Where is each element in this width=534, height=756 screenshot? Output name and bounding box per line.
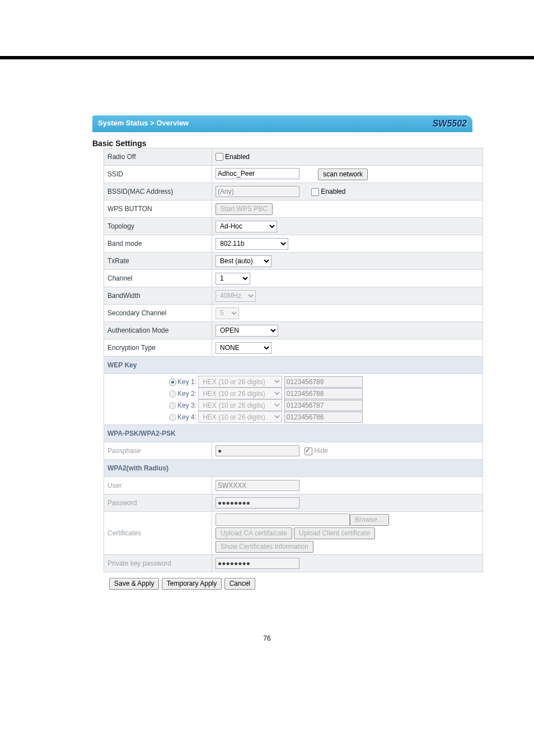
wep-key2-format: HEX (10 or 26 digits): [198, 388, 282, 399]
passphase-hide-label: Hide: [314, 447, 328, 455]
wps-label: WPS BUTTON: [104, 200, 212, 218]
wep-key3-radio: [169, 402, 176, 409]
band-mode-label: Band mode: [104, 235, 212, 253]
wep-key4-label: Key 4:: [177, 413, 196, 421]
page-header: System Status > Overview SW5502: [92, 115, 472, 132]
page-number: 76: [0, 634, 534, 642]
radio-off-checkbox-label: Enabled: [225, 153, 250, 161]
upload-client-button: Upload Client certificate: [294, 528, 375, 539]
auth-mode-label: Authentication Mode: [104, 322, 212, 339]
wep-key1-label: Key 1:: [177, 378, 196, 386]
scan-network-button[interactable]: scan network: [318, 169, 368, 180]
basic-settings-title: Basic Settings: [92, 139, 472, 148]
radio-off-label: Radio Off: [104, 148, 212, 166]
bssid-label: BSSID(MAC Address): [104, 183, 212, 200]
encryption-select[interactable]: NONE: [216, 342, 271, 354]
wep-key1-radio[interactable]: [169, 379, 176, 386]
wpa2radius-section-header: WPA2(with Radius): [104, 460, 483, 477]
encryption-label: Encryption Type: [104, 339, 212, 357]
wep-key4-format: HEX (10 or 26 digits): [198, 411, 282, 423]
bandwidth-label: BandWidth: [104, 287, 212, 305]
wep-key2-radio: [169, 390, 176, 398]
txrate-select[interactable]: Best (auto): [216, 255, 271, 267]
wep-key1-value: [284, 376, 363, 388]
bssid-enable-label: Enabled: [321, 188, 345, 195]
topology-select[interactable]: Ad-Hoc: [216, 221, 277, 232]
breadcrumb: System Status > Overview: [98, 119, 189, 129]
private-key-password-input: [216, 558, 299, 569]
wep-key4-radio: [169, 414, 176, 421]
temporary-apply-button[interactable]: Temporary Apply: [162, 578, 222, 590]
certificate-path-input: [216, 514, 350, 526]
wep-section-header: WEP Key: [104, 357, 483, 374]
passphase-label: Passphase: [104, 442, 212, 460]
bssid-enable-checkbox[interactable]: [311, 188, 319, 196]
wpapsk-section-header: WPA-PSK/WPA2-PSK: [104, 425, 483, 442]
bandwidth-select: 40MHz: [216, 290, 256, 302]
certificates-label: Certificates: [104, 512, 212, 555]
wep-key3-format: HEX (10 or 26 digits): [198, 399, 282, 411]
wep-key2-value: [284, 388, 363, 399]
upload-ca-button: Upload CA certifaicate: [216, 528, 292, 539]
channel-select[interactable]: 1: [216, 273, 250, 284]
topology-label: Topology: [104, 218, 212, 235]
brand-label: SW5502: [433, 119, 467, 129]
wep-key3-value: [284, 400, 363, 411]
ssid-label: SSID: [104, 166, 212, 183]
user-input: [216, 480, 299, 491]
show-certs-button: Show Certificates Information: [216, 541, 313, 553]
cancel-button[interactable]: Cancel: [224, 578, 255, 590]
secondary-channel-label: Secondary Channel: [104, 305, 212, 322]
browse-button: Browse…: [350, 514, 389, 526]
wep-key1-format: HEX (10 or 26 digits): [198, 376, 282, 388]
bssid-input: [216, 186, 299, 197]
user-label: User: [104, 477, 212, 494]
ssid-input[interactable]: [216, 168, 299, 179]
password-label: Password: [104, 494, 212, 512]
txrate-label: TxRate: [104, 253, 212, 270]
passphase-input: [216, 445, 299, 456]
radio-off-checkbox[interactable]: [216, 153, 223, 161]
auth-mode-select[interactable]: OPEN: [216, 325, 278, 337]
wep-key4-value: [284, 412, 363, 423]
passphase-hide-checkbox: [305, 447, 312, 455]
password-input: [216, 497, 299, 508]
save-apply-button[interactable]: Save & Apply: [109, 578, 159, 590]
private-key-password-label: Private key password: [104, 555, 212, 572]
wep-key2-label: Key 2:: [177, 390, 196, 398]
secondary-channel-select: 5: [216, 307, 239, 319]
channel-label: Channel: [104, 270, 212, 287]
wep-key3-label: Key 3:: [177, 402, 196, 409]
wps-start-button: Start WPS PBC: [216, 203, 273, 215]
band-mode-select[interactable]: 802.11b: [216, 238, 288, 250]
